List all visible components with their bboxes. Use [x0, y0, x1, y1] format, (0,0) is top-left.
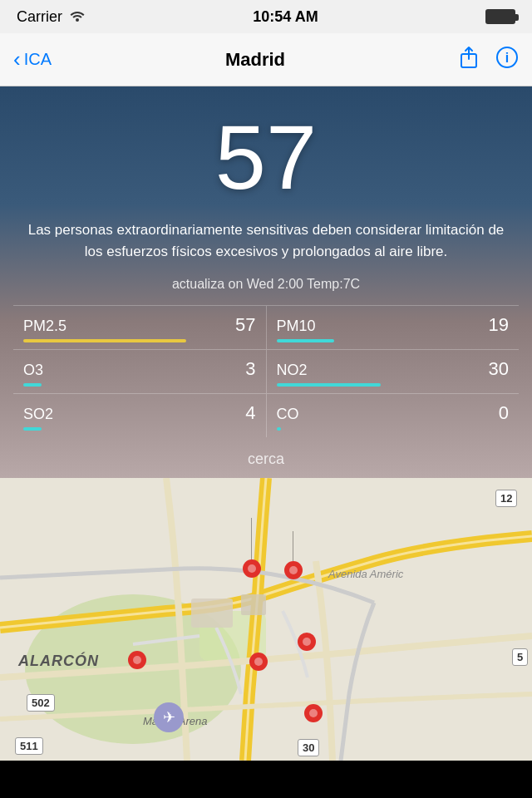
aqi-description: Las personas extraordinariamente sensiti…	[0, 211, 532, 270]
carrier-label: Carrier	[17, 8, 62, 26]
share-icon[interactable]	[459, 46, 479, 74]
pm25-bar	[23, 339, 186, 342]
road-badge-12: 12	[495, 490, 517, 507]
svg-point-9	[248, 564, 256, 573]
map-pin-6[interactable]	[304, 704, 323, 731]
o3-label: O3	[23, 362, 43, 379]
nav-right-icons: i	[459, 46, 519, 74]
so2-label: SO2	[23, 406, 53, 423]
airport-icon: ✈	[154, 702, 184, 732]
map-pin-5[interactable]	[298, 633, 316, 659]
map-section[interactable]: ALARCÓN Avenida Améric Madrid Arena 502 …	[0, 478, 532, 761]
co-header: CO 0	[277, 402, 510, 424]
info-icon[interactable]: i	[495, 46, 519, 74]
pm25-label: PM2.5	[23, 318, 66, 335]
nav-bar: ‹ ICA Madrid i	[0, 33, 532, 86]
avenida-label: Avenida Améric	[328, 568, 403, 580]
back-arrow-icon: ‹	[13, 47, 21, 72]
so2-header: SO2 4	[23, 402, 256, 424]
back-label: ICA	[24, 50, 52, 69]
road-badge-511: 511	[15, 737, 43, 755]
co-cell: CO 0	[267, 394, 520, 437]
battery-icon	[485, 9, 515, 24]
cerca-label: cerca	[248, 451, 284, 467]
cerca-section: cerca	[0, 437, 532, 478]
svg-point-17	[303, 638, 311, 646]
no2-header: NO2 30	[277, 358, 510, 380]
no2-bar	[277, 383, 382, 387]
pollutant-grid: PM2.5 57 PM10 19 O3 3	[0, 305, 532, 437]
co-value: 0	[499, 402, 509, 424]
update-info: actualiza on Wed 2:00 Temp:7C	[0, 270, 532, 305]
o3-header: O3 3	[23, 358, 256, 380]
pollutant-row-1: PM2.5 57 PM10 19	[13, 305, 519, 349]
o3-cell: O3 3	[13, 350, 267, 393]
main-content: 57 Las personas extraordinariamente sens…	[0, 86, 532, 478]
pm10-header: PM10 19	[277, 314, 510, 336]
so2-value: 4	[245, 402, 255, 424]
co-label: CO	[277, 406, 299, 423]
svg-point-19	[309, 709, 318, 717]
map-pin-3[interactable]	[128, 651, 146, 677]
page-title: Madrid	[225, 49, 285, 71]
co-bar	[277, 427, 282, 431]
pm10-value: 19	[489, 314, 509, 336]
aqi-number: 57	[0, 111, 532, 203]
o3-value: 3	[245, 358, 255, 380]
pollutant-row-2: O3 3 NO2 30	[13, 349, 519, 393]
aqi-score-section: 57	[0, 86, 532, 211]
svg-point-15	[254, 658, 263, 666]
map-pin-2[interactable]	[284, 531, 303, 588]
pm10-label: PM10	[277, 318, 316, 335]
pm10-bar	[277, 339, 335, 342]
back-button[interactable]: ‹ ICA	[13, 47, 52, 72]
map-pin-1[interactable]	[243, 518, 261, 586]
svg-text:i: i	[505, 51, 509, 65]
status-bar: Carrier 10:54 AM	[0, 0, 532, 33]
no2-value: 30	[489, 358, 509, 380]
road-badge-30: 30	[298, 739, 319, 756]
pm25-header: PM2.5 57	[23, 314, 256, 336]
map-background	[0, 478, 532, 761]
svg-point-13	[133, 656, 141, 664]
svg-point-11	[289, 566, 298, 574]
road-badge-5: 5	[512, 648, 528, 666]
map-pin-4[interactable]	[249, 653, 268, 679]
so2-bar	[23, 427, 42, 431]
status-left: Carrier	[17, 8, 86, 26]
no2-cell: NO2 30	[267, 350, 520, 393]
time-display: 10:54 AM	[253, 8, 318, 26]
alarcon-label: ALARCÓN	[18, 653, 99, 670]
o3-bar	[23, 383, 42, 387]
pm25-value: 57	[235, 314, 255, 336]
svg-rect-7	[241, 594, 266, 615]
so2-cell: SO2 4	[13, 394, 267, 437]
pm10-cell: PM10 19	[267, 306, 520, 349]
svg-rect-6	[191, 598, 233, 628]
no2-label: NO2	[277, 362, 308, 379]
status-right	[485, 9, 515, 24]
road-badge-502: 502	[27, 694, 55, 712]
pm25-cell: PM2.5 57	[13, 306, 267, 349]
pollutant-row-3: SO2 4 CO 0	[13, 393, 519, 437]
wifi-icon	[69, 8, 86, 26]
